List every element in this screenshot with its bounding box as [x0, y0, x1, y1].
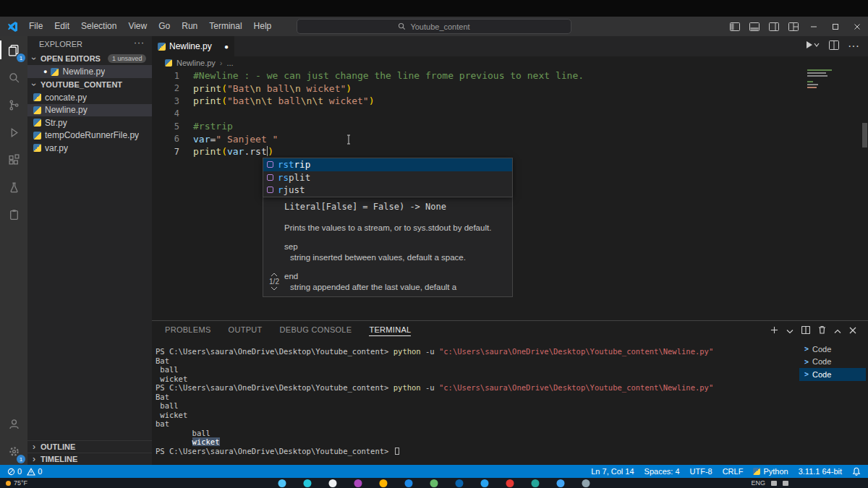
menu-edit[interactable]: Edit — [48, 17, 75, 36]
activity-extensions[interactable] — [0, 146, 27, 174]
sidebar-more-icon[interactable]: ··· — [134, 38, 145, 48]
suggest-item-rjust[interactable]: rjust — [263, 184, 512, 197]
status-ln-7-col-14[interactable]: Ln 7, Col 14 — [591, 467, 634, 476]
maximize-panel-icon[interactable] — [834, 324, 841, 337]
close-panel-icon[interactable] — [849, 324, 856, 337]
code-line-5[interactable]: 5#rstrip — [152, 120, 868, 133]
code-line-3[interactable]: 3print("bat\n\t ball\n\t wicket") — [152, 95, 868, 108]
tray-icon[interactable] — [783, 481, 788, 486]
file-tempCodeRunnerFile.py[interactable]: tempCodeRunnerFile.py — [27, 129, 152, 142]
taskbar-app-11[interactable] — [532, 479, 540, 487]
activity-explorer[interactable]: 1 — [0, 36, 27, 64]
tab-newline-py[interactable]: Newline.py ● — [152, 36, 234, 56]
code-line-6[interactable]: 6var=" Sanjeet " — [152, 133, 868, 146]
file-var.py[interactable]: var.py — [27, 142, 152, 155]
file-Newline.py[interactable]: Newline.py — [27, 104, 152, 117]
activity-settings[interactable]: 1 — [0, 437, 27, 465]
split-editor-icon[interactable] — [829, 40, 839, 53]
activity-notebook[interactable] — [0, 201, 27, 228]
panel-tab-problems[interactable]: PROBLEMS — [165, 325, 211, 336]
code-line-7[interactable]: 7print(var.rst) — [152, 145, 868, 158]
taskbar-app-3[interactable] — [329, 479, 337, 487]
folder-header[interactable]: › YOUTUBE_CONTENT — [27, 78, 152, 91]
code-line-1[interactable]: 1#Newline : - we can just change the lin… — [152, 69, 868, 82]
minimap[interactable] — [807, 69, 836, 106]
menu-run[interactable]: Run — [176, 17, 203, 36]
tray-icon[interactable] — [771, 481, 777, 486]
taskbar-weather[interactable]: 75°F — [0, 479, 27, 487]
toggle-secondary-sidebar-icon[interactable] — [764, 17, 783, 36]
activity-account[interactable] — [0, 410, 27, 437]
breadcrumb-more[interactable]: ... — [226, 59, 233, 67]
customize-layout-icon[interactable] — [783, 17, 803, 36]
code-line-2[interactable]: 2print("Bat\n ball\n wicket") — [152, 82, 868, 95]
panel-tab-debug-console[interactable]: DEBUG CONSOLE — [280, 325, 352, 336]
status-crlf[interactable]: CRLF — [723, 467, 744, 476]
kill-terminal-icon[interactable] — [818, 324, 826, 337]
taskbar-app-13[interactable] — [582, 479, 590, 487]
suggest-item-rstrip[interactable]: rstrip — [263, 158, 512, 171]
breadcrumb[interactable]: Newline.py › ... — [152, 56, 868, 69]
menu-go[interactable]: Go — [153, 17, 176, 36]
open-editors-header[interactable]: › OPEN EDITORS 1 unsaved — [27, 52, 152, 65]
file-concate.py[interactable]: concate.py — [27, 91, 152, 104]
panel-tab-output[interactable]: OUTPUT — [229, 325, 263, 336]
menu-help[interactable]: Help — [248, 17, 278, 36]
outline-section[interactable]: › OUTLINE — [27, 440, 152, 453]
terminal-instance-2[interactable]: >Code — [799, 356, 866, 369]
activity-source-control[interactable] — [0, 91, 27, 119]
terminal-instance-3[interactable]: >Code — [799, 368, 866, 381]
activity-search[interactable] — [0, 64, 27, 91]
more-actions-icon[interactable]: ··· — [848, 40, 859, 53]
panel-tab-terminal[interactable]: TERMINAL — [369, 325, 411, 336]
open-editor-item[interactable]: ● Newline.py — [27, 65, 152, 78]
chevron-up-icon[interactable] — [271, 273, 278, 277]
language-indicator[interactable]: ENG — [751, 479, 765, 487]
problems-indicator[interactable]: 0 0 — [7, 467, 42, 476]
taskbar-app-1[interactable] — [278, 479, 286, 487]
activity-testing[interactable] — [0, 174, 27, 201]
command-center-search[interactable]: Youtube_content — [297, 19, 571, 34]
dirty-indicator[interactable]: ● — [224, 43, 229, 51]
terminal-instance-1[interactable]: >Code — [799, 343, 866, 356]
close-button[interactable] — [846, 17, 868, 36]
signature-pager[interactable]: 1/2 — [266, 273, 282, 291]
taskbar-app-5[interactable] — [380, 479, 388, 487]
breadcrumb-file[interactable]: Newline.py — [176, 59, 216, 67]
editor-scrollbar[interactable] — [862, 123, 867, 147]
toggle-panel-icon[interactable] — [744, 17, 764, 36]
split-terminal-icon[interactable] — [801, 324, 810, 337]
code-line-4[interactable]: 4 — [152, 108, 868, 121]
search-icon — [8, 72, 20, 84]
menu-file[interactable]: File — [23, 17, 48, 36]
file-Str.py[interactable]: Str.py — [27, 116, 152, 129]
taskbar-tray[interactable]: ENG — [751, 479, 868, 487]
status-spaces-4[interactable]: Spaces: 4 — [644, 467, 680, 476]
taskbar-app-6[interactable] — [405, 479, 413, 487]
notifications-bell-icon[interactable] — [852, 467, 861, 476]
menu-view[interactable]: View — [122, 17, 153, 36]
suggest-item-rsplit[interactable]: rsplit — [263, 171, 512, 184]
taskbar-app-12[interactable] — [557, 479, 565, 487]
menu-terminal[interactable]: Terminal — [203, 17, 247, 36]
taskbar-app-2[interactable] — [304, 479, 312, 487]
toggle-sidebar-icon[interactable] — [725, 17, 744, 36]
taskbar-app-7[interactable] — [430, 479, 438, 487]
menu-selection[interactable]: Selection — [75, 17, 122, 36]
status-utf-8[interactable]: UTF-8 — [690, 467, 712, 476]
terminal-dropdown-icon[interactable] — [786, 324, 793, 337]
activity-run-debug[interactable] — [0, 119, 27, 146]
terminal-output[interactable]: PS C:\Users\saura\OneDrive\Desktop\Youtu… — [156, 347, 799, 461]
taskbar-app-8[interactable] — [456, 479, 464, 487]
timeline-section[interactable]: › TIMELINE — [27, 453, 152, 465]
status-3-11-1-64-bit[interactable]: 3.11.1 64-bit — [799, 467, 842, 476]
taskbar-app-4[interactable] — [354, 479, 362, 487]
status-python[interactable]: Python — [753, 467, 788, 476]
new-terminal-icon[interactable] — [770, 324, 778, 337]
minimize-button[interactable] — [803, 17, 825, 36]
taskbar-app-10[interactable] — [506, 479, 514, 487]
chevron-down-icon[interactable] — [271, 286, 278, 291]
taskbar-app-9[interactable] — [481, 479, 489, 487]
maximize-button[interactable] — [825, 17, 846, 36]
run-button[interactable] — [804, 40, 820, 53]
